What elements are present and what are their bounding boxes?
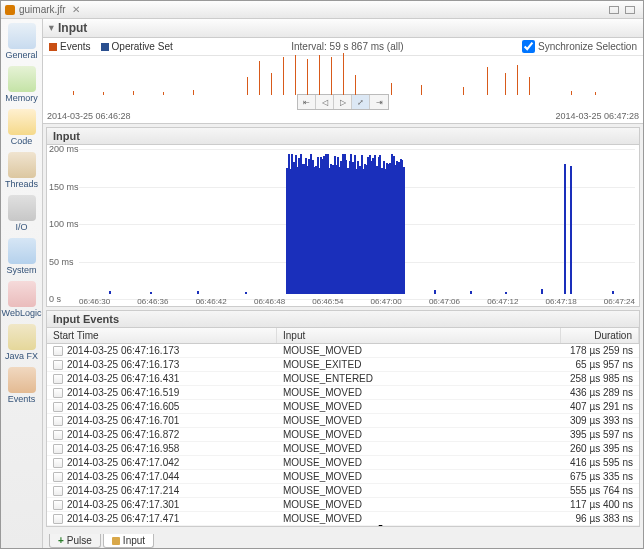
events-icon (8, 367, 36, 393)
sidebar-item-general[interactable]: General (3, 23, 41, 60)
cell-time: 2014-03-25 06:47:16.701 (67, 415, 179, 426)
table-row[interactable]: 2014-03-25 06:47:16.519MOUSE_MOVED436 µs… (47, 386, 639, 400)
col-duration[interactable]: Duration (561, 328, 639, 343)
sidebar-item-javafx[interactable]: Java FX (3, 324, 41, 361)
sidebar-item-io[interactable]: I/O (3, 195, 41, 232)
col-start-time[interactable]: Start Time (47, 328, 277, 343)
overview-start-time: 2014-03-25 06:46:28 (47, 111, 131, 121)
sync-checkbox[interactable] (522, 40, 535, 53)
sidebar-item-label: System (6, 265, 36, 275)
general-icon (8, 23, 36, 49)
input-chart-title: Input (47, 128, 639, 145)
cell-duration: 260 µs 395 ns (561, 442, 639, 455)
javafx-icon (8, 324, 36, 350)
y-tick-label: 0 s (49, 294, 61, 304)
cell-input: MOUSE_ENTERED (277, 372, 561, 385)
memory-icon (8, 66, 36, 92)
table-row[interactable]: 2014-03-25 06:47:16.872MOUSE_MOVED395 µs… (47, 428, 639, 442)
cell-input: MOUSE_MOVED (277, 400, 561, 413)
sidebar-item-code[interactable]: Code (3, 109, 41, 146)
sidebar: GeneralMemoryCodeThreadsI/OSystemWebLogi… (1, 19, 43, 548)
sidebar-item-label: Threads (5, 179, 38, 189)
content-area: ▸ Input Events Operative Set Interval: 5… (43, 19, 643, 548)
row-icon (53, 388, 63, 398)
overview-plot[interactable]: ⇤ ◁ ▷ ⤢ ⇥ (43, 56, 643, 109)
cell-input: MOUSE_MOVED (277, 498, 561, 511)
sidebar-item-label: Java FX (5, 351, 38, 361)
tab-input[interactable]: Input (103, 534, 154, 548)
x-tick-label: 06:46:42 (196, 297, 227, 306)
tab-pulse[interactable]: + Pulse (49, 534, 101, 548)
row-icon (53, 444, 63, 454)
table-body[interactable]: 2014-03-25 06:47:16.173MOUSE_MOVED178 µs… (47, 344, 639, 526)
row-icon (53, 472, 63, 482)
table-row[interactable]: 2014-03-25 06:47:16.431MOUSE_ENTERED258 … (47, 372, 639, 386)
table-row[interactable]: 2014-03-25 06:47:16.701MOUSE_MOVED309 µs… (47, 414, 639, 428)
cell-time: 2014-03-25 06:47:17.471 (67, 513, 179, 524)
nav-last-button[interactable]: ⇥ (370, 95, 388, 109)
y-tick-label: 50 ms (49, 257, 74, 267)
threads-icon (8, 152, 36, 178)
cell-time: 2014-03-25 06:47:16.431 (67, 373, 179, 384)
input-chart-body[interactable]: 200 ms150 ms100 ms50 ms0 s06:46:3006:46:… (47, 145, 639, 306)
y-tick-label: 150 ms (49, 182, 79, 192)
table-row[interactable]: 2014-03-25 06:47:16.173MOUSE_MOVED178 µs… (47, 344, 639, 358)
cell-time: 2014-03-25 06:47:17.044 (67, 471, 179, 482)
sidebar-item-memory[interactable]: Memory (3, 66, 41, 103)
maximize-icon[interactable] (625, 6, 635, 14)
cell-duration: 96 µs 383 ns (561, 512, 639, 525)
cell-time: 2014-03-25 06:47:17.042 (67, 457, 179, 468)
window-titlebar: guimark.jfr ✕ (1, 1, 643, 19)
events-title: Input Events (47, 311, 639, 328)
table-row[interactable]: 2014-03-25 06:47:17.214MOUSE_MOVED555 µs… (47, 484, 639, 498)
code-icon (8, 109, 36, 135)
cell-duration: 178 µs 259 ns (561, 344, 639, 357)
table-row[interactable]: 2014-03-25 06:47:17.044MOUSE_MOVED675 µs… (47, 470, 639, 484)
bottom-tabs: + Pulse Input (43, 530, 643, 548)
table-row[interactable]: 2014-03-25 06:47:16.173MOUSE_EXITED65 µs… (47, 358, 639, 372)
cell-time: 2014-03-25 06:47:17.214 (67, 485, 179, 496)
sidebar-item-events[interactable]: Events (3, 367, 41, 404)
cursor-icon: ↖ (377, 521, 387, 527)
x-tick-label: 06:47:18 (546, 297, 577, 306)
nav-next-button[interactable]: ▷ (334, 95, 352, 109)
x-tick-label: 06:46:54 (312, 297, 343, 306)
sidebar-item-threads[interactable]: Threads (3, 152, 41, 189)
nav-prev-button[interactable]: ◁ (316, 95, 334, 109)
tab-input-label: Input (123, 535, 145, 546)
x-tick-label: 06:47:00 (371, 297, 402, 306)
sidebar-item-label: I/O (15, 222, 27, 232)
table-row[interactable]: 2014-03-25 06:47:16.958MOUSE_MOVED260 µs… (47, 442, 639, 456)
zoom-button[interactable]: ⤢ (352, 95, 370, 109)
interval-text: Interval: 59 s 867 ms (all) (183, 41, 512, 52)
cell-input: MOUSE_MOVED (277, 512, 561, 525)
legend-operative: Operative Set (101, 41, 173, 52)
cell-time: 2014-03-25 06:47:16.872 (67, 429, 179, 440)
cell-input: MOUSE_MOVED (277, 386, 561, 399)
sidebar-item-label: General (5, 50, 37, 60)
minimize-icon[interactable] (609, 6, 619, 14)
col-input[interactable]: Input (277, 328, 561, 343)
sidebar-item-label: Memory (5, 93, 38, 103)
panel-title: ▸ Input (43, 19, 643, 38)
table-row[interactable]: 2014-03-25 06:47:17.471MOUSE_MOVED96 µs … (47, 512, 639, 526)
table-row[interactable]: 2014-03-25 06:47:17.042MOUSE_MOVED416 µs… (47, 456, 639, 470)
sidebar-item-weblogic[interactable]: WebLogic (3, 281, 41, 318)
cell-duration: 309 µs 393 ns (561, 414, 639, 427)
cell-time: 2014-03-25 06:47:16.173 (67, 345, 179, 356)
sync-selection[interactable]: Synchronize Selection (522, 40, 637, 53)
sidebar-item-label: Code (11, 136, 33, 146)
expand-icon[interactable]: ▸ (47, 26, 57, 31)
table-row[interactable]: 2014-03-25 06:47:17.301MOUSE_MOVED117 µs… (47, 498, 639, 512)
cell-input: MOUSE_MOVED (277, 484, 561, 497)
sidebar-item-system[interactable]: System (3, 238, 41, 275)
window-controls (609, 6, 635, 14)
row-icon (53, 486, 63, 496)
tab-close-icon[interactable]: ✕ (72, 4, 80, 15)
events-swatch-icon (49, 43, 57, 51)
weblogic-icon (8, 281, 36, 307)
events-table: Input Events Start Time Input Duration 2… (46, 310, 640, 527)
table-row[interactable]: 2014-03-25 06:47:16.605MOUSE_MOVED407 µs… (47, 400, 639, 414)
nav-first-button[interactable]: ⇤ (298, 95, 316, 109)
cell-duration: 416 µs 595 ns (561, 456, 639, 469)
